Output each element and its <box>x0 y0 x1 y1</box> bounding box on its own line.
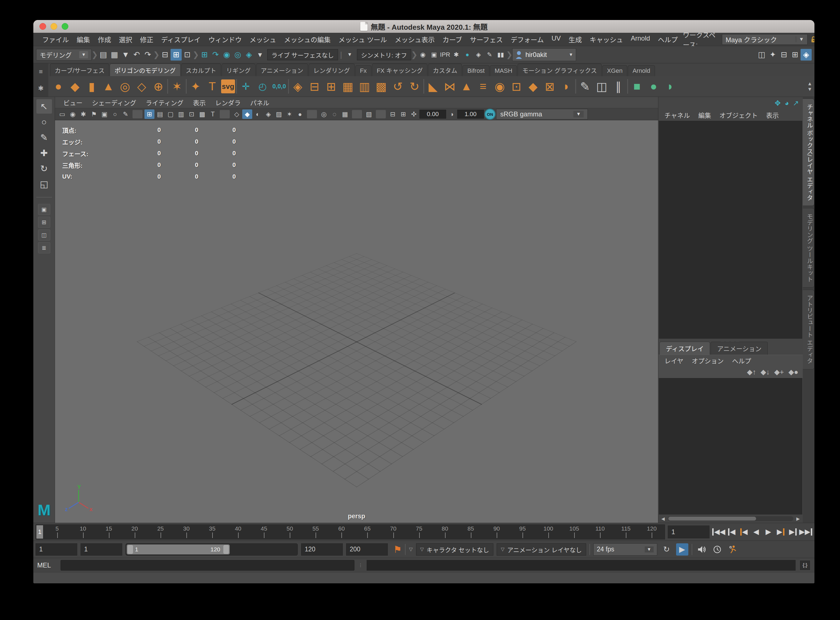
playback-options-icon[interactable]: ▶ <box>676 543 688 555</box>
pause-viewport-icon[interactable]: ▮▮ <box>495 49 506 60</box>
lock-camera-icon[interactable]: ◉ <box>68 110 78 119</box>
exposure-icon[interactable]: ✣ <box>409 110 419 119</box>
channel-box-menu-item[interactable]: 表示 <box>762 110 783 120</box>
shelf-tab[interactable]: Bifrost <box>462 65 489 76</box>
safe-title-icon[interactable]: T <box>208 110 218 119</box>
fps-dropdown[interactable]: 24 fps ▼ <box>593 543 657 555</box>
polygon-cone-icon[interactable]: ▲ <box>101 78 116 94</box>
layer-editor-menu-item[interactable]: ヘルプ <box>728 355 755 366</box>
menu-item[interactable]: 修正 <box>136 33 157 45</box>
sculpt-smooth-icon[interactable]: ◗ <box>662 78 678 94</box>
select-camera-icon[interactable]: ▭ <box>57 110 67 119</box>
divider[interactable]: ❯ <box>155 49 158 60</box>
loop-playback-icon[interactable]: ↻ <box>661 543 673 555</box>
shelf-tab[interactable]: ポリゴンのモデリング <box>110 63 180 76</box>
layer-editor-tab[interactable]: ディスプレイ <box>659 342 710 355</box>
range-start-handle[interactable] <box>128 545 133 554</box>
select-by-component-icon[interactable]: ⊡ <box>182 49 193 60</box>
divider-handle[interactable]: ⋮ <box>358 564 363 566</box>
user-account-dropdown[interactable]: hir0akit ▼ <box>512 48 576 61</box>
play-forwards-button[interactable]: ▶ <box>763 525 774 538</box>
render-settings-icon[interactable]: ✱ <box>450 49 462 60</box>
poke-face-icon[interactable]: ⊠ <box>542 78 557 94</box>
offset-edge-loop-icon[interactable]: ∥ <box>611 78 626 94</box>
render-current-frame-icon[interactable]: ▣ <box>428 49 440 60</box>
snap-to-projected-center-icon[interactable]: ◎ <box>232 49 243 60</box>
extrude-along-curve-icon[interactable]: ≡ <box>475 78 491 94</box>
menu-item[interactable]: ヘルプ <box>654 33 682 45</box>
channel-box-menu-item[interactable]: チャネル <box>661 110 694 120</box>
character-set-selector[interactable]: ▽ キャラクタ セットなし <box>416 543 493 555</box>
bookmark-icon[interactable]: ⚑ <box>89 110 99 119</box>
menu-item[interactable]: 選択 <box>115 33 136 45</box>
shelf-menu-icon[interactable]: ≡ <box>39 68 43 75</box>
close-window-icon[interactable] <box>39 23 46 30</box>
panel-menu-item[interactable]: ビュー <box>59 97 86 108</box>
separator[interactable] <box>627 79 628 93</box>
cached-playback-icon[interactable] <box>711 543 723 555</box>
modeling-toolkit-toggle-icon[interactable]: ◫ <box>756 49 767 60</box>
panel-menu-item[interactable]: パネル <box>246 97 273 108</box>
resolution-gate-icon[interactable]: ▢ <box>166 110 176 119</box>
polygon-type-icon[interactable]: T <box>205 78 220 94</box>
save-scene-icon[interactable]: ▼ <box>120 49 131 60</box>
render-setup-icon[interactable]: ◈ <box>473 49 484 60</box>
divider[interactable]: | <box>340 49 343 60</box>
humanik-toggle-icon[interactable]: ✦ <box>767 49 778 60</box>
contrast-icon[interactable]: ◑ <box>447 110 457 119</box>
shelf-tab[interactable]: XGen <box>602 65 627 76</box>
shelf-gear-icon[interactable]: ✱ <box>38 84 44 92</box>
snap-options-arrow-icon[interactable]: ▾ <box>254 49 266 60</box>
animation-preferences-icon[interactable] <box>727 543 739 555</box>
retopologize-icon[interactable]: ↺ <box>390 78 406 94</box>
go-to-end-button[interactable]: ▶▶ <box>799 525 812 538</box>
scroll-right-icon[interactable]: ▶ <box>795 516 802 521</box>
select-tool-icon[interactable]: ↖ <box>36 99 52 114</box>
layout-outliner-icon[interactable]: ≣ <box>38 242 50 253</box>
hypershade-icon[interactable]: ● <box>462 49 473 60</box>
zoom-window-icon[interactable] <box>62 23 68 30</box>
layout-single-pane-icon[interactable]: ▣ <box>38 204 50 215</box>
insert-edge-loop-icon[interactable]: ◫ <box>594 78 610 94</box>
svg-tool-icon[interactable]: svg <box>221 80 235 93</box>
film-gate-icon[interactable]: ▤ <box>155 110 165 119</box>
lasso-tool-icon[interactable]: ○ <box>36 115 52 129</box>
polygon-sphere-icon[interactable]: ● <box>51 78 66 94</box>
separator[interactable] <box>376 110 386 118</box>
move-tool-icon[interactable]: ✚ <box>36 146 52 160</box>
go-to-start-button[interactable]: ◀◀ <box>712 525 725 538</box>
range-slider[interactable]: 1 120 <box>126 543 298 555</box>
range-end-handle[interactable] <box>223 545 229 554</box>
two-d-pan-zoom-icon[interactable]: ○ <box>110 110 120 119</box>
show-manipulators-icon[interactable]: ✥ <box>775 99 781 107</box>
exposure-field[interactable]: 0.00 <box>420 110 446 119</box>
scale-tool-icon[interactable]: ◱ <box>36 177 52 191</box>
workspace-lock-icon[interactable] <box>811 35 814 44</box>
smooth-icon[interactable]: ▩ <box>373 78 389 94</box>
gate-mask-icon[interactable]: ▥ <box>176 110 186 119</box>
shelf-tab[interactable]: カスタム <box>428 63 462 76</box>
xray-icon[interactable]: ⊟ <box>388 110 398 119</box>
layer-editor-menu-item[interactable]: レイヤ <box>661 355 687 366</box>
separate-icon[interactable]: ⊟ <box>307 78 322 94</box>
chamfer-vertex-icon[interactable]: ◆ <box>525 78 541 94</box>
wireframe-icon[interactable]: ◇ <box>232 110 242 119</box>
render-view-icon[interactable]: ◉ <box>417 49 428 60</box>
new-empty-layer-icon[interactable]: ◆+ <box>774 368 784 376</box>
snap-to-curve-icon[interactable]: ↷ <box>210 49 221 60</box>
polygon-cube-icon[interactable]: ◆ <box>67 78 83 94</box>
extract-icon[interactable]: ⊞ <box>323 78 339 94</box>
quad-draw-icon[interactable]: ■ <box>629 78 645 94</box>
camera-attributes-icon[interactable]: ✱ <box>78 110 88 119</box>
separator[interactable] <box>307 110 317 118</box>
layer-editor-menu-item[interactable]: オプション <box>688 355 727 366</box>
menu-item[interactable]: 編集 <box>73 33 94 45</box>
isolate-select-icon[interactable]: ▧ <box>364 110 374 119</box>
divider[interactable]: ❯ <box>413 49 415 60</box>
polygon-cylinder-icon[interactable]: ▮ <box>84 78 99 94</box>
lights-icon[interactable]: ✶ <box>285 110 294 119</box>
fill-hole-icon[interactable]: ▦ <box>340 78 355 94</box>
ipr-render-icon[interactable]: IPR <box>440 49 450 60</box>
separator[interactable] <box>132 110 143 118</box>
workspace-dropdown[interactable]: Maya クラシック ▼ <box>722 34 807 45</box>
